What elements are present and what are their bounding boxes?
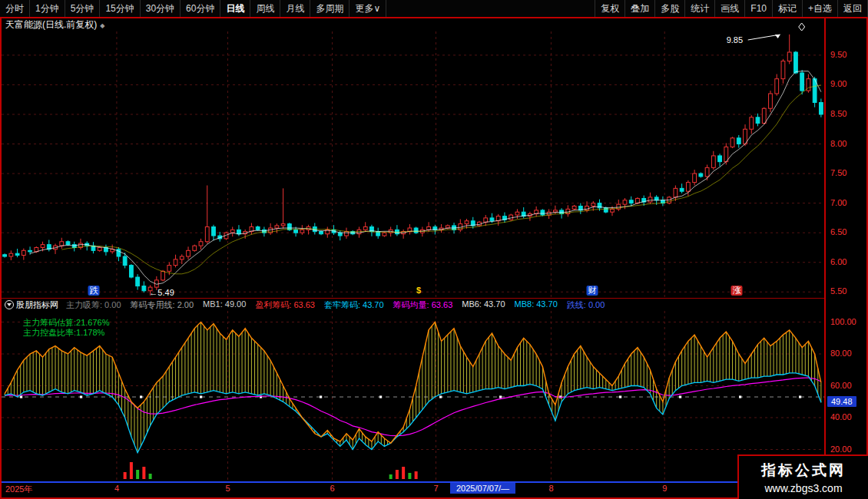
- price-axis-label: 7.50: [830, 168, 846, 177]
- month-label-8: 8: [548, 484, 553, 493]
- price-axis-label: 7.00: [830, 198, 846, 207]
- chart-title: 天富能源(日线.前复权): [5, 19, 97, 30]
- watermark-title: 指标公式网: [761, 461, 846, 481]
- indicator-values: 主力吸筹: 0.00筹码专用线: 2.00MB1: 49.00盈利筹码: 63.…: [66, 299, 614, 311]
- price-axis: 9.509.008.508.007.507.006.506.005.50: [826, 31, 866, 298]
- menu-item-period-3[interactable]: 15分钟: [100, 0, 140, 17]
- top-menubar: 分时1分钟5分钟15分钟30分钟60分钟日线周线月线多周期更多∨ 复权叠加多股统…: [0, 0, 868, 17]
- price-axis-label: 8.50: [830, 109, 846, 118]
- menu-item-period-6[interactable]: 日线: [220, 0, 250, 17]
- indicator-chart-area[interactable]: 主力筹码估算:21.676%主力控盘比率:1.178%: [2, 311, 824, 481]
- menu-item-period-2[interactable]: 5分钟: [65, 0, 101, 17]
- indicator-axis-label: 80.00: [830, 349, 852, 358]
- titlebar: 天富能源(日线.前复权)◆: [2, 18, 866, 31]
- menu-item-period-4[interactable]: 30分钟: [141, 0, 181, 17]
- menu-item-period-9[interactable]: 多周期: [310, 0, 350, 17]
- indicator-value-8: 跌线: 0.00: [567, 299, 605, 311]
- menu-item-period-1[interactable]: 1分钟: [30, 0, 65, 17]
- watermark: 指标公式网 www.zbgs3.com: [737, 454, 868, 499]
- indicator-chart[interactable]: [2, 311, 824, 481]
- trading-app: 分时1分钟5分钟15分钟30分钟60分钟日线周线月线多周期更多∨ 复权叠加多股统…: [0, 0, 868, 499]
- candlestick-chart[interactable]: ←5.499.85: [2, 31, 824, 298]
- tools-menu: 复权叠加多股统计画线F10标记+自选返回: [595, 0, 868, 17]
- indicator-value-6: MB6: 43.70: [462, 299, 505, 311]
- menu-item-tool-0[interactable]: 复权: [595, 0, 625, 17]
- indicator-axis-label: 60.00: [830, 381, 852, 390]
- menu-item-tool-4[interactable]: 画线: [715, 0, 745, 17]
- price-axis-label: 9.00: [830, 79, 846, 88]
- month-label-7: 7: [433, 484, 438, 493]
- menu-item-period-0[interactable]: 分时: [0, 0, 30, 17]
- price-axis-label: 6.00: [830, 257, 846, 266]
- event-badge-跌[interactable]: 跌: [88, 286, 99, 296]
- event-badge-涨[interactable]: 涨: [731, 286, 743, 296]
- price-axis-label: 9.50: [830, 50, 846, 59]
- indicator-axis-label: 100.00: [830, 317, 856, 326]
- indicator-axis-label: 20.00: [830, 444, 852, 454]
- month-label-4: 4: [114, 484, 119, 493]
- indicator-value-5: 筹码均量: 63.63: [393, 299, 453, 311]
- cursor-date-badge: 2025/07/07/—: [450, 483, 515, 494]
- svg-text:←5.49: ←5.49: [149, 288, 174, 297]
- indicator-value-0: 主力吸筹: 0.00: [66, 299, 121, 311]
- menu-item-tool-8[interactable]: 返回: [838, 0, 868, 17]
- menu-item-tool-2[interactable]: 多股: [655, 0, 685, 17]
- watermark-url: www.zbgs3.com: [764, 482, 842, 494]
- month-label-6: 6: [330, 484, 335, 493]
- event-badge-财[interactable]: 财: [586, 286, 598, 296]
- indicator-value-2: MB1: 49.00: [203, 299, 246, 311]
- main-chart-area[interactable]: ←5.499.85 跌$财涨: [2, 31, 824, 298]
- price-axis-label: 5.50: [830, 286, 846, 296]
- chart-frame: 天富能源(日线.前复权)◆ ←5.499.85 跌$财涨 9.509.008.5…: [0, 17, 868, 499]
- menu-item-tool-6[interactable]: 标记: [773, 0, 803, 17]
- indicator-logo-icon[interactable]: [5, 300, 14, 309]
- title-dropdown-icon[interactable]: ◆: [100, 22, 104, 29]
- indicator-name[interactable]: 股朋指标网: [16, 299, 58, 311]
- price-axis-label: 8.00: [830, 139, 846, 148]
- price-axis-label: 6.50: [830, 227, 846, 236]
- menu-item-tool-5[interactable]: F10: [745, 0, 773, 17]
- indicator-value-3: 盈利筹码: 63.63: [255, 299, 315, 311]
- indicator-header: 股朋指标网 主力吸筹: 0.00筹码专用线: 2.00MB1: 49.00盈利筹…: [2, 298, 824, 311]
- indicator-cursor-value: 49.48: [827, 396, 856, 407]
- menu-item-tool-1[interactable]: 叠加: [625, 0, 655, 17]
- period-menu: 分时1分钟5分钟15分钟30分钟60分钟日线周线月线多周期更多∨: [0, 0, 386, 17]
- event-badge-$[interactable]: $: [415, 286, 422, 296]
- menu-item-period-7[interactable]: 周线: [250, 0, 280, 17]
- month-label-9: 9: [662, 484, 667, 493]
- svg-text:9.85: 9.85: [727, 35, 743, 45]
- year-label: 2025年: [5, 484, 32, 495]
- month-label-5: 5: [226, 484, 230, 493]
- indicator-value-4: 套牢筹码: 43.70: [324, 299, 384, 311]
- indicator-value-1: 筹码专用线: 2.00: [131, 299, 194, 311]
- indicator-note-1: 主力控盘比率:1.178%: [23, 327, 104, 339]
- indicator-axis-label: 40.00: [830, 412, 852, 421]
- menu-item-period-8[interactable]: 月线: [280, 0, 310, 17]
- menu-item-tool-3[interactable]: 统计: [685, 0, 715, 17]
- indicator-value-7: MB8: 43.70: [515, 299, 558, 311]
- menu-item-period-5[interactable]: 60分钟: [181, 0, 220, 17]
- menu-item-tool-7[interactable]: +自选: [803, 0, 838, 17]
- menu-item-period-10[interactable]: 更多∨: [350, 0, 386, 17]
